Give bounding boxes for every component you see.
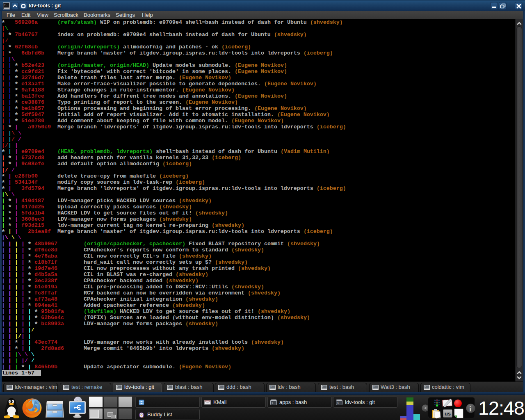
svg-text:>-: >- — [4, 4, 7, 7]
svg-text:i: i — [469, 404, 471, 413]
svg-text:>-: >- — [168, 386, 171, 388]
svg-text:>-: >- — [117, 386, 120, 388]
svg-text:>-: >- — [425, 386, 427, 388]
svg-text:>-: >- — [64, 386, 67, 388]
svg-text:>-: >- — [270, 386, 273, 388]
svg-text:>-: >- — [322, 386, 325, 388]
svg-text:>-: >- — [7, 386, 10, 388]
svg-text:>: > — [337, 401, 339, 405]
svg-text:>: > — [272, 401, 274, 405]
svg-text:>-: >- — [373, 386, 376, 388]
svg-text:>-: >- — [219, 386, 222, 388]
